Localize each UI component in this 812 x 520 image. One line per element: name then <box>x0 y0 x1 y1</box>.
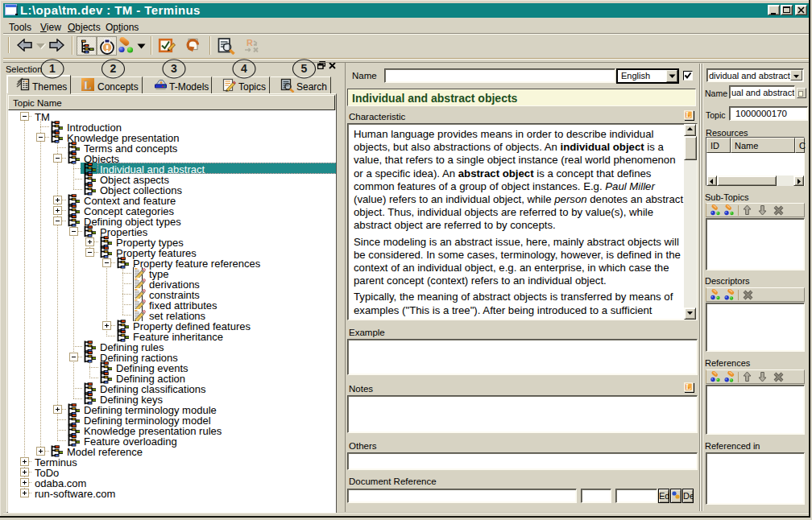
svg-text:5: 5 <box>301 62 308 75</box>
svg-text:L: L <box>686 383 690 391</box>
svg-text:4: 4 <box>241 62 247 75</box>
svg-text:L: L <box>686 111 690 119</box>
svg-text:1: 1 <box>49 62 56 75</box>
svg-text:3: 3 <box>171 62 177 75</box>
svg-text:2: 2 <box>110 62 117 75</box>
